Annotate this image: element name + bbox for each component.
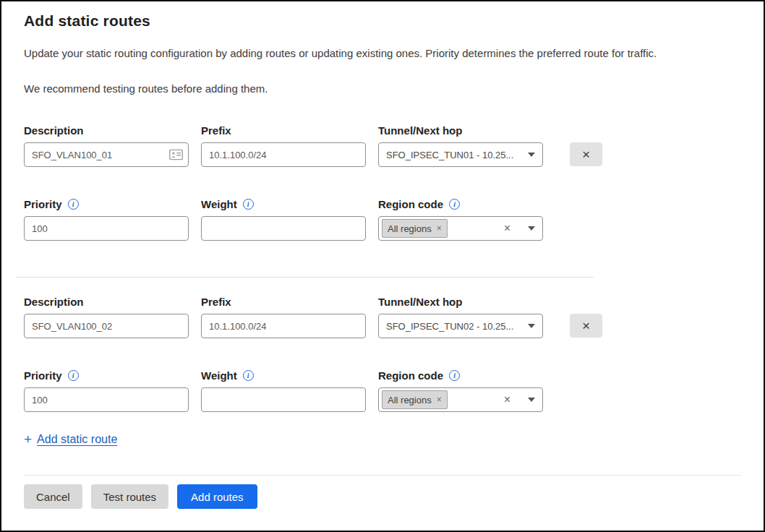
add-static-route-link[interactable]: + Add static route: [24, 432, 117, 446]
tunnel-selected-value: SFO_IPSEC_TUN02 - 10.25...: [386, 321, 522, 332]
description-input[interactable]: [24, 142, 189, 167]
chevron-down-icon: [528, 324, 535, 328]
route-entry-1: Description: [24, 124, 741, 241]
route-entry-2: Description Prefix Tunnel/Next hop SFO_I…: [24, 295, 741, 412]
chevron-down-icon: [528, 226, 535, 231]
tunnel-select[interactable]: SFO_IPSEC_TUN01 - 10.25...: [378, 142, 543, 167]
recommendation-text: We recommend testing routes before addin…: [24, 82, 741, 95]
prefix-label: Prefix: [201, 124, 366, 137]
priority-input[interactable]: [24, 387, 189, 412]
prefix-label: Prefix: [201, 295, 366, 308]
weight-label: Weight i: [201, 369, 366, 382]
weight-input[interactable]: [201, 216, 366, 241]
chevron-down-icon: [528, 398, 535, 402]
region-info-icon[interactable]: i: [449, 370, 460, 381]
plus-icon: +: [24, 432, 32, 446]
tunnel-next-hop-label: Tunnel/Next hop: [378, 124, 543, 137]
priority-info-icon[interactable]: i: [68, 370, 79, 381]
region-multiselect[interactable]: All regions × ×: [378, 216, 543, 241]
intro-text: Update your static routing configuration…: [24, 47, 741, 59]
cancel-button[interactable]: Cancel: [24, 484, 82, 509]
region-code-label: Region code i: [378, 197, 543, 210]
priority-info-icon[interactable]: i: [68, 199, 79, 210]
region-chip: All regions ×: [382, 219, 448, 238]
prefix-input[interactable]: [201, 142, 366, 167]
priority-input[interactable]: [24, 216, 189, 241]
description-input[interactable]: [24, 314, 189, 338]
add-static-routes-dialog: Add static routes Update your static rou…: [0, 0, 765, 532]
weight-info-icon[interactable]: i: [243, 199, 254, 210]
add-routes-button[interactable]: Add routes: [177, 484, 257, 509]
clear-selection-icon[interactable]: ×: [504, 223, 510, 234]
add-static-route-label: Add static route: [37, 433, 117, 446]
clear-selection-icon[interactable]: ×: [504, 394, 510, 406]
weight-label: Weight i: [201, 197, 366, 210]
page-title: Add static routes: [24, 12, 741, 30]
prefix-input[interactable]: [201, 314, 366, 338]
tunnel-select[interactable]: SFO_IPSEC_TUN02 - 10.25...: [378, 314, 543, 338]
priority-label: Priority i: [24, 369, 189, 382]
region-multiselect[interactable]: All regions × ×: [378, 387, 543, 412]
priority-label: Priority i: [24, 197, 189, 210]
remove-route-button[interactable]: ×: [570, 314, 602, 338]
chevron-down-icon: [528, 153, 535, 157]
description-label: Description: [24, 124, 189, 137]
chip-remove-icon[interactable]: ×: [437, 223, 442, 233]
test-routes-button[interactable]: Test routes: [91, 484, 168, 509]
weight-input[interactable]: [201, 387, 366, 412]
region-info-icon[interactable]: i: [449, 199, 460, 210]
contact-card-icon: [169, 150, 183, 160]
tunnel-selected-value: SFO_IPSEC_TUN01 - 10.25...: [386, 150, 522, 160]
footer-divider: [24, 475, 741, 476]
description-label: Description: [24, 295, 189, 308]
remove-route-button[interactable]: ×: [570, 142, 602, 166]
region-code-label: Region code i: [378, 369, 543, 382]
chip-remove-icon[interactable]: ×: [437, 395, 442, 405]
footer-actions: Cancel Test routes Add routes: [24, 484, 741, 509]
tunnel-next-hop-label: Tunnel/Next hop: [378, 295, 543, 308]
weight-info-icon[interactable]: i: [243, 370, 254, 381]
route-divider: [16, 277, 594, 278]
region-chip: All regions ×: [382, 390, 448, 409]
